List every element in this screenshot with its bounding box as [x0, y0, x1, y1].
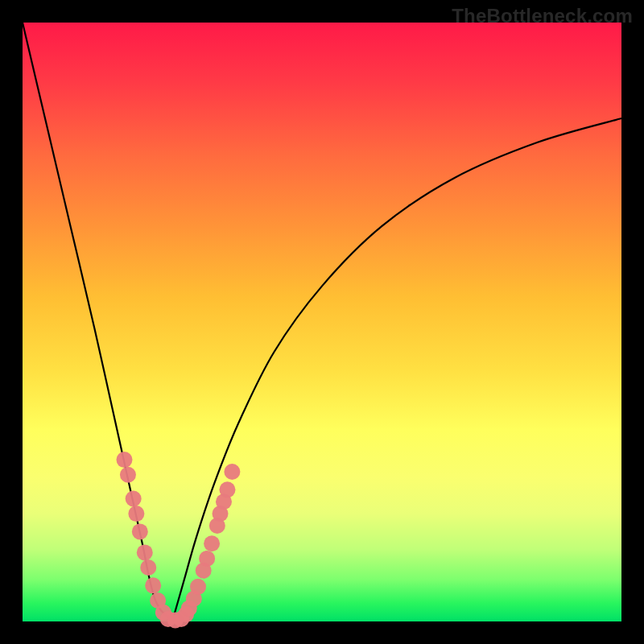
marker-point [190, 579, 206, 595]
marker-point [145, 577, 161, 593]
right-curve [172, 118, 621, 621]
marker-point [224, 464, 240, 480]
marker-point [132, 523, 148, 539]
marker-point [120, 467, 136, 483]
marker-point [140, 559, 156, 576]
chart-frame: TheBottleneck.com [0, 0, 644, 644]
marker-point [199, 551, 215, 567]
marker-point [128, 506, 144, 522]
watermark-label: TheBottleneck.com [452, 5, 633, 27]
marker-point [116, 452, 132, 468]
marker-point [219, 481, 235, 497]
chart-svg [23, 23, 621, 621]
left-curve [23, 23, 172, 621]
marker-point [137, 544, 153, 560]
plot-area [23, 23, 621, 621]
marker-point [126, 490, 142, 506]
marker-point [204, 535, 220, 551]
